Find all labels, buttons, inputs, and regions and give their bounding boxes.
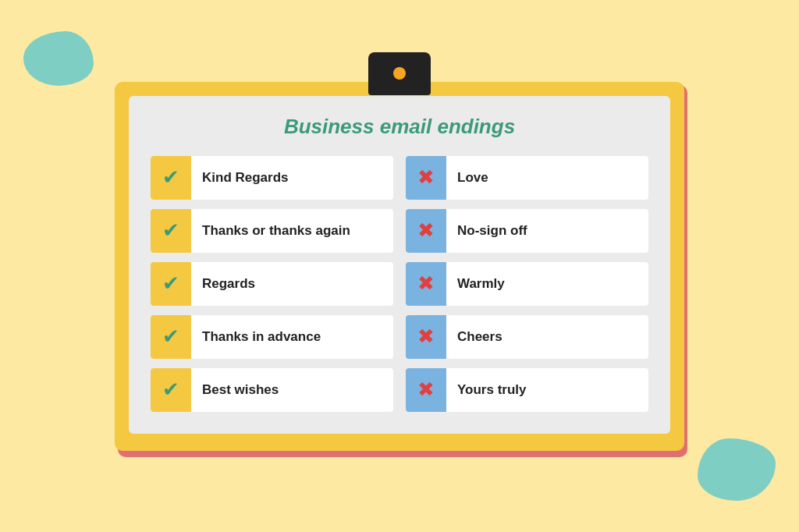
good-icon: ✔ <box>151 262 191 306</box>
list-item: ✖ No-sign off <box>406 209 648 253</box>
bad-icon: ✖ <box>406 156 446 200</box>
list-item: ✖ Warmly <box>406 262 648 306</box>
list-item: ✔ Thanks or thanks again <box>151 209 393 253</box>
good-icon: ✔ <box>151 156 191 200</box>
clip-hole <box>393 67 406 80</box>
list-item: ✖ Yours truly <box>406 368 648 412</box>
list-item: ✖ Cheers <box>406 315 648 359</box>
bad-icon: ✖ <box>406 262 446 306</box>
bad-icon: ✖ <box>406 368 446 412</box>
item-label: Cheers <box>446 329 513 345</box>
item-label: Best wishes <box>191 382 289 398</box>
decorative-blob-top-left <box>23 31 94 86</box>
item-label: No-sign off <box>446 223 538 239</box>
good-icon: ✔ <box>151 209 191 253</box>
clipboard-board: Business email endings ✔ Kind Regards ✖ … <box>115 82 684 451</box>
good-icon: ✔ <box>151 368 191 412</box>
item-label: Kind Regards <box>191 170 300 186</box>
list-item: ✔ Kind Regards <box>151 156 393 200</box>
clipboard-wrapper: Business email endings ✔ Kind Regards ✖ … <box>115 82 684 451</box>
paper: Business email endings ✔ Kind Regards ✖ … <box>129 96 670 434</box>
list-item: ✔ Best wishes <box>151 368 393 412</box>
paper-title: Business email endings <box>151 115 648 139</box>
item-label: Love <box>446 170 499 186</box>
list-item: ✔ Regards <box>151 262 393 306</box>
item-label: Warmly <box>446 276 516 292</box>
item-label: Yours truly <box>446 382 537 398</box>
items-grid: ✔ Kind Regards ✖ Love ✔ Thanks or thanks… <box>151 156 648 412</box>
bad-icon: ✖ <box>406 315 446 359</box>
list-item: ✖ Love <box>406 156 648 200</box>
good-icon: ✔ <box>151 315 191 359</box>
item-label: Thanks in advance <box>191 329 332 345</box>
decorative-blob-bottom-right <box>698 438 776 501</box>
item-label: Thanks or thanks again <box>191 223 361 239</box>
bad-icon: ✖ <box>406 209 446 253</box>
list-item: ✔ Thanks in advance <box>151 315 393 359</box>
clipboard-clip <box>368 52 431 95</box>
item-label: Regards <box>191 276 266 292</box>
